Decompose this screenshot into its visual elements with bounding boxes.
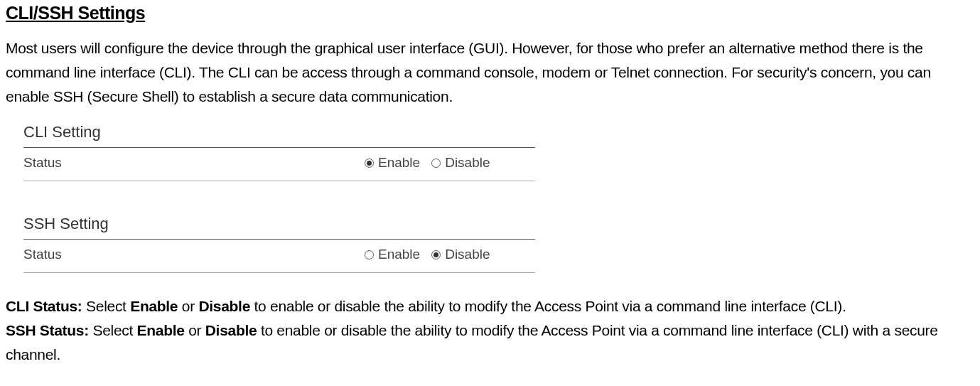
page-title: CLI/SSH Settings: [6, 3, 974, 23]
cli-status-row: Status Enable Disable: [23, 148, 535, 181]
cli-disable-option[interactable]: Disable: [431, 155, 490, 171]
cli-section: CLI Setting Status Enable Disable: [23, 122, 535, 181]
descriptions: CLI Status: Select Enable or Disable to …: [6, 294, 974, 367]
desc-option: Enable: [137, 322, 185, 338]
radio-icon: [431, 159, 441, 168]
cli-disable-label: Disable: [445, 155, 490, 171]
desc-label: SSH Status:: [6, 322, 89, 338]
desc-option: Enable: [130, 298, 178, 314]
ssh-enable-option[interactable]: Enable: [365, 247, 420, 262]
ssh-status-radio-group: Enable Disable: [365, 247, 497, 262]
ssh-enable-label: Enable: [378, 247, 420, 262]
cli-status-label: Status: [23, 155, 365, 171]
desc-text: or: [185, 322, 205, 338]
desc-text: or: [178, 298, 198, 314]
desc-option: Disable: [205, 322, 257, 338]
desc-text: to enable or disable the ability to modi…: [250, 298, 846, 314]
ssh-disable-option[interactable]: Disable: [431, 247, 490, 262]
radio-icon: [365, 159, 374, 168]
ssh-section: SSH Setting Status Enable Disable: [23, 213, 535, 273]
cli-status-description: CLI Status: Select Enable or Disable to …: [6, 294, 974, 318]
radio-icon: [431, 250, 441, 259]
cli-enable-label: Enable: [378, 155, 420, 171]
desc-label: CLI Status:: [6, 298, 82, 314]
cli-section-title: CLI Setting: [23, 122, 535, 148]
desc-option: Disable: [198, 298, 250, 314]
ssh-status-label: Status: [23, 247, 365, 262]
desc-text: Select: [89, 322, 137, 338]
settings-panel: CLI Setting Status Enable Disable SSH Se…: [23, 122, 535, 273]
cli-enable-option[interactable]: Enable: [365, 155, 420, 171]
intro-paragraph: Most users will configure the device thr…: [6, 36, 974, 109]
ssh-status-description: SSH Status: Select Enable or Disable to …: [6, 318, 974, 367]
desc-text: Select: [82, 298, 131, 314]
ssh-section-title: SSH Setting: [23, 213, 535, 240]
radio-icon: [365, 250, 374, 259]
ssh-status-row: Status Enable Disable: [23, 240, 535, 273]
ssh-disable-label: Disable: [445, 247, 490, 262]
cli-status-radio-group: Enable Disable: [365, 155, 497, 171]
